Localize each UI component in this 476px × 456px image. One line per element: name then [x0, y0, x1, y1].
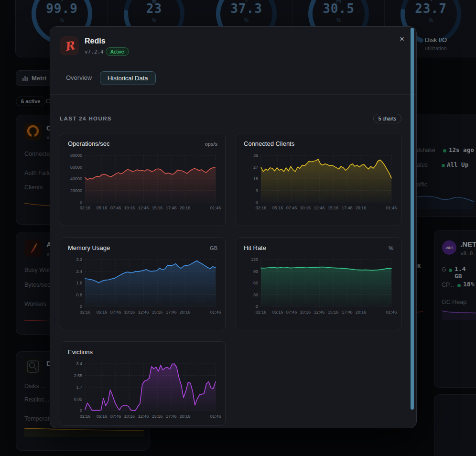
- svg-text:20:16: 20:16: [356, 206, 367, 210]
- svg-text:05:16: 05:16: [272, 206, 283, 210]
- svg-text:120: 120: [251, 257, 258, 262]
- svg-text:05:16: 05:16: [97, 310, 108, 315]
- chart-unit: ops/s: [205, 141, 217, 147]
- charts-count-badge: 5 charts: [373, 114, 401, 123]
- status-badge: Active: [106, 47, 129, 56]
- svg-text:0: 0: [80, 200, 82, 205]
- svg-text:20:16: 20:16: [356, 310, 367, 315]
- chart-unit: %: [389, 245, 393, 251]
- svg-text:01:46: 01:46: [210, 310, 221, 315]
- chart-title: Evictions: [68, 348, 93, 356]
- svg-text:17:46: 17:46: [342, 206, 353, 210]
- svg-text:07:46: 07:46: [286, 206, 297, 210]
- svg-text:10:16: 10:16: [124, 414, 135, 419]
- svg-text:20:16: 20:16: [180, 414, 191, 419]
- chart-title: Operations/sec: [68, 140, 109, 147]
- divider: [50, 94, 417, 95]
- svg-text:27: 27: [253, 165, 258, 170]
- svg-text:07:46: 07:46: [110, 310, 121, 315]
- svg-text:15:16: 15:16: [152, 310, 163, 315]
- svg-text:07:46: 07:46: [110, 206, 121, 210]
- svg-text:07:46: 07:46: [110, 414, 121, 419]
- svg-text:02:16: 02:16: [80, 414, 91, 419]
- section-title: LAST 24 HOURS: [60, 116, 112, 121]
- chart-card-evictions: Evictions 3.42.551.70.85002:1605:1607:46…: [60, 341, 226, 426]
- chart-plot: 80000600004000020000002:1605:1607:4610:1…: [68, 152, 217, 221]
- svg-text:17:46: 17:46: [166, 206, 177, 210]
- svg-text:15:16: 15:16: [328, 310, 339, 315]
- redis-detail-modal: R Redis v7.2.4 Active × Overview Histori…: [50, 26, 417, 428]
- svg-text:20:16: 20:16: [180, 206, 191, 210]
- modal-scrollbar[interactable]: [411, 28, 414, 410]
- svg-text:10:16: 10:16: [124, 206, 135, 210]
- modal-title: Redis: [85, 37, 106, 45]
- svg-text:0: 0: [256, 200, 258, 205]
- chart-plot: 3.22.41.60.8002:1605:1607:4610:1612:4615…: [68, 257, 217, 326]
- chart-title: Memory Usage: [68, 244, 110, 251]
- svg-text:02:16: 02:16: [80, 206, 91, 210]
- svg-text:3.4: 3.4: [76, 361, 82, 366]
- svg-text:20000: 20000: [70, 188, 82, 193]
- chart-card-hit-rate: Hit Rate % 120906030002:1605:1607:4610:1…: [236, 237, 401, 330]
- chart-unit: GB: [210, 245, 217, 251]
- svg-text:12:46: 12:46: [314, 206, 325, 210]
- svg-text:60: 60: [253, 281, 258, 285]
- svg-text:05:16: 05:16: [97, 206, 108, 210]
- svg-text:12:46: 12:46: [314, 310, 325, 315]
- svg-text:36: 36: [253, 153, 258, 158]
- close-icon[interactable]: ×: [395, 33, 409, 46]
- svg-text:0.85: 0.85: [74, 397, 82, 402]
- svg-text:2.4: 2.4: [76, 269, 82, 274]
- svg-text:12:46: 12:46: [138, 310, 149, 315]
- svg-text:12:46: 12:46: [138, 206, 149, 210]
- svg-text:1.6: 1.6: [76, 281, 82, 285]
- svg-text:02:16: 02:16: [80, 310, 91, 315]
- svg-text:17:46: 17:46: [166, 310, 177, 315]
- svg-text:0: 0: [80, 304, 82, 309]
- svg-text:0: 0: [256, 304, 258, 309]
- svg-text:40000: 40000: [70, 176, 82, 181]
- svg-text:30: 30: [253, 293, 258, 297]
- chart-card-clients: Connected Clients 3627189002:1605:1607:4…: [236, 133, 401, 226]
- svg-text:20:16: 20:16: [180, 310, 191, 315]
- svg-text:02:16: 02:16: [256, 206, 267, 210]
- modal-version: v7.2.4: [85, 49, 104, 55]
- chart-plot: 3627189002:1605:1607:4610:1612:4615:1617…: [244, 152, 393, 221]
- svg-text:10:16: 10:16: [300, 310, 311, 315]
- svg-text:15:16: 15:16: [152, 414, 163, 419]
- section-header: LAST 24 HOURS 5 charts: [60, 114, 401, 123]
- svg-text:07:46: 07:46: [286, 310, 297, 315]
- chart-plot: 3.42.551.70.85002:1605:1607:4610:1612:46…: [68, 361, 217, 426]
- chart-plot: 120906030002:1605:1607:4610:1612:4615:16…: [244, 257, 393, 326]
- svg-text:12:46: 12:46: [138, 414, 149, 419]
- svg-text:01:46: 01:46: [210, 206, 221, 210]
- svg-text:05:16: 05:16: [97, 414, 108, 419]
- svg-text:90: 90: [253, 269, 258, 274]
- svg-text:17:46: 17:46: [342, 310, 353, 315]
- tab-overview[interactable]: Overview: [66, 74, 92, 81]
- svg-text:01:46: 01:46: [210, 414, 221, 419]
- chart-card-operations: Operations/sec ops/s 8000060000400002000…: [60, 133, 226, 226]
- svg-text:15:16: 15:16: [328, 206, 339, 210]
- svg-text:0.8: 0.8: [76, 293, 82, 297]
- svg-text:18: 18: [253, 176, 258, 181]
- svg-text:1.7: 1.7: [76, 385, 82, 390]
- svg-text:0: 0: [80, 408, 82, 413]
- chart-title: Connected Clients: [244, 140, 294, 147]
- svg-text:17:46: 17:46: [166, 414, 177, 419]
- svg-text:01:46: 01:46: [386, 310, 397, 315]
- chart-card-memory: Memory Usage GB 3.22.41.60.8002:1605:160…: [60, 237, 226, 330]
- svg-text:3.2: 3.2: [76, 257, 82, 262]
- tab-historical-data[interactable]: Historical Data: [100, 71, 156, 85]
- app-root: ⚡ 99.9 % ▦ 23 % ≈ 37.3 % ▤ 30.5 %: [0, 0, 476, 456]
- svg-text:02:16: 02:16: [256, 310, 267, 315]
- chart-title: Hit Rate: [244, 244, 266, 251]
- svg-text:80000: 80000: [70, 153, 82, 158]
- charts-grid: Operations/sec ops/s 8000060000400002000…: [60, 133, 401, 426]
- svg-text:05:16: 05:16: [272, 310, 283, 315]
- svg-text:60000: 60000: [70, 165, 82, 170]
- svg-text:01:46: 01:46: [386, 206, 397, 210]
- svg-text:2.55: 2.55: [74, 373, 82, 378]
- svg-text:10:16: 10:16: [124, 310, 135, 315]
- svg-text:10:16: 10:16: [300, 206, 311, 210]
